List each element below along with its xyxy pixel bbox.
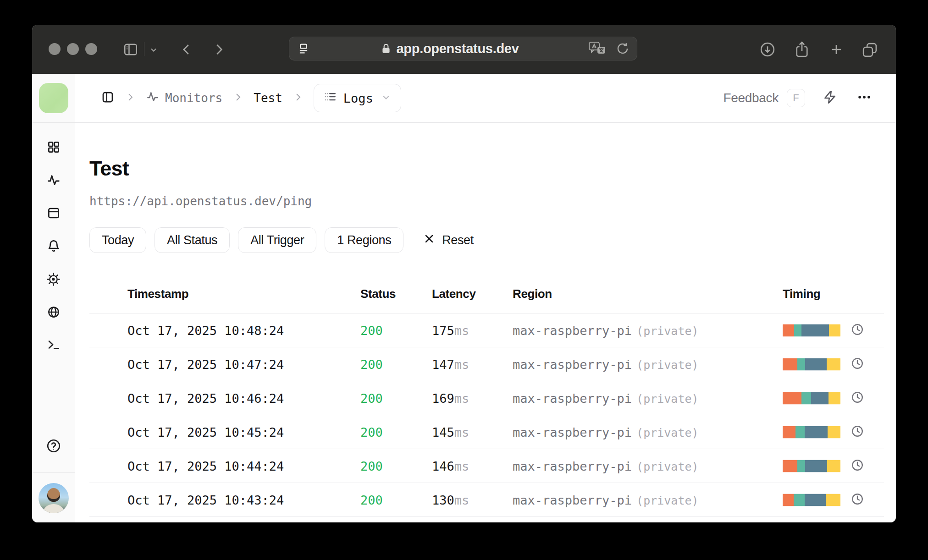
clock-icon[interactable] xyxy=(851,323,864,338)
table-row[interactable]: Oct 17, 2025 10:47:24 200 147ms max-rasp… xyxy=(89,347,884,381)
timing-segment xyxy=(801,392,812,404)
activity-icon xyxy=(146,90,160,106)
panel-left-icon[interactable] xyxy=(101,90,115,106)
workspace-logo[interactable] xyxy=(39,83,68,113)
timing-segment xyxy=(794,324,801,336)
url-text: app.openstatus.dev xyxy=(397,41,519,56)
col-status: Status xyxy=(360,287,396,301)
avatar-face xyxy=(47,488,60,502)
minimize-window-button[interactable] xyxy=(67,43,79,55)
reader-icon[interactable] xyxy=(297,42,310,55)
ellipsis-icon[interactable] xyxy=(856,89,872,107)
translate-icon[interactable] xyxy=(588,41,608,56)
timing-segment xyxy=(783,392,801,404)
clock-icon[interactable] xyxy=(851,492,864,508)
panel-top-icon[interactable] xyxy=(47,206,61,220)
main-content: Test https://api.openstatus.dev/ping Tod… xyxy=(75,123,896,522)
row-timestamp: Oct 17, 2025 10:45:24 xyxy=(127,425,284,439)
table-row[interactable]: Oct 17, 2025 10:46:24 200 169ms max-rasp… xyxy=(89,381,884,415)
filter-regions-button[interactable]: 1 Regions xyxy=(325,227,403,253)
reload-icon[interactable] xyxy=(616,41,630,56)
row-timestamp: Oct 17, 2025 10:46:24 xyxy=(127,391,284,405)
breadcrumb-monitors[interactable]: Monitors xyxy=(146,90,222,106)
terminal-icon[interactable] xyxy=(47,338,61,351)
timing-segment xyxy=(805,358,827,370)
chevron-right-icon xyxy=(293,92,304,104)
grid-icon[interactable] xyxy=(47,140,61,154)
reset-filters-button[interactable]: Reset xyxy=(423,232,474,248)
clock-icon[interactable] xyxy=(851,357,864,372)
table-row[interactable]: Oct 17, 2025 10:48:24 200 175ms max-rasp… xyxy=(89,313,884,347)
timing-segment xyxy=(783,324,794,336)
breadcrumb-monitors-label: Monitors xyxy=(165,91,222,105)
clock-icon[interactable] xyxy=(851,424,864,440)
timing-segment xyxy=(794,494,805,506)
download-icon[interactable] xyxy=(759,41,776,58)
chevron-right-icon xyxy=(232,92,243,104)
table-header: Timestamp Status Latency Region Timing xyxy=(89,283,884,313)
timing-segment xyxy=(829,324,840,336)
feedback-button[interactable]: Feedback xyxy=(723,91,779,105)
row-status: 200 xyxy=(360,425,383,439)
row-timestamp: Oct 17, 2025 10:44:24 xyxy=(127,459,284,473)
avatar-shirt xyxy=(42,504,65,513)
monitor-endpoint: https://api.openstatus.dev/ping xyxy=(89,194,873,208)
zoom-window-button[interactable] xyxy=(85,43,97,55)
page-title: Test xyxy=(89,157,873,181)
table-row[interactable]: Oct 17, 2025 10:44:24 200 146ms max-rasp… xyxy=(89,449,884,483)
timing-segment xyxy=(783,460,797,472)
workspace-logo-wrap xyxy=(32,74,75,123)
table-row[interactable]: Oct 17, 2025 10:45:24 200 145ms max-rasp… xyxy=(89,415,884,449)
timing-segment xyxy=(805,494,826,506)
window-controls xyxy=(49,43,97,55)
timing-segment xyxy=(827,460,840,472)
zap-icon[interactable] xyxy=(823,90,837,106)
filter-status-button[interactable]: All Status xyxy=(155,227,230,253)
view-switcher-label: Logs xyxy=(343,91,373,105)
globe-icon[interactable] xyxy=(47,305,61,319)
timing-bar xyxy=(783,460,840,472)
timing-segment xyxy=(811,392,829,404)
timing-segment xyxy=(827,358,840,370)
new-tab-icon[interactable] xyxy=(829,42,844,57)
row-status: 200 xyxy=(360,459,383,473)
view-switcher[interactable]: Logs xyxy=(314,84,401,112)
row-timestamp: Oct 17, 2025 10:48:24 xyxy=(127,323,284,337)
gear-icon[interactable] xyxy=(46,272,61,286)
row-timestamp: Oct 17, 2025 10:47:24 xyxy=(127,357,284,371)
log-rows: Oct 17, 2025 10:48:24 200 175ms max-rasp… xyxy=(89,313,884,517)
feedback-shortcut-badge: F xyxy=(787,89,805,107)
chevron-down-icon[interactable] xyxy=(149,45,159,55)
clock-icon[interactable] xyxy=(851,390,864,406)
clock-icon[interactable] xyxy=(851,458,864,474)
browser-toolbar: app.openstatus.dev xyxy=(32,25,896,74)
back-icon[interactable] xyxy=(180,41,193,58)
col-latency: Latency xyxy=(432,287,475,301)
filter-trigger-button[interactable]: All Trigger xyxy=(238,227,316,253)
user-avatar[interactable] xyxy=(39,483,69,513)
sidebar-toggle-icon[interactable] xyxy=(123,42,138,57)
row-status: 200 xyxy=(360,357,383,371)
filter-period-button[interactable]: Today xyxy=(89,227,146,253)
app-header: Monitors Test Logs Feedback xyxy=(75,74,896,123)
tabs-icon[interactable] xyxy=(861,41,878,59)
activity-icon[interactable] xyxy=(46,173,61,187)
bell-icon[interactable] xyxy=(47,239,61,253)
address-bar[interactable]: app.openstatus.dev xyxy=(289,37,637,60)
forward-icon[interactable] xyxy=(212,41,226,58)
timing-segment xyxy=(828,426,840,438)
timing-segment xyxy=(795,426,804,438)
chevron-right-icon xyxy=(125,92,136,104)
timing-segment xyxy=(783,494,794,506)
list-icon xyxy=(323,90,337,106)
chevron-down-icon xyxy=(381,91,392,105)
share-icon[interactable] xyxy=(794,40,810,59)
row-status: 200 xyxy=(360,493,383,507)
help-icon[interactable] xyxy=(46,438,61,456)
close-window-button[interactable] xyxy=(49,43,61,55)
table-row[interactable]: Oct 17, 2025 10:43:24 200 130ms max-rasp… xyxy=(89,483,884,517)
breadcrumb-test[interactable]: Test xyxy=(254,91,282,105)
toolbar-divider xyxy=(144,42,144,56)
log-table: Timestamp Status Latency Region Timing O… xyxy=(89,283,884,517)
reset-label: Reset xyxy=(442,233,474,247)
